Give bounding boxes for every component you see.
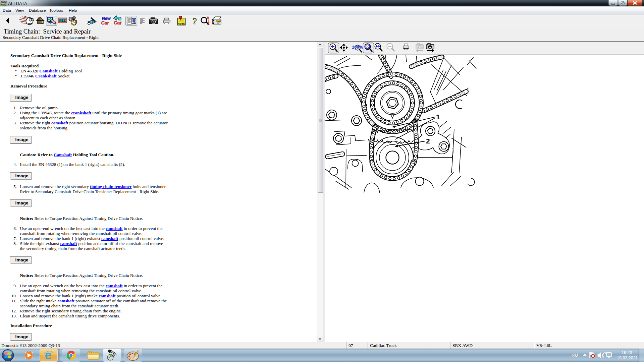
svg-text:A: A <box>207 16 209 20</box>
svg-text:19.03.2021: 19.03.2021 <box>617 356 638 360</box>
svg-text:100%: 100% <box>352 45 363 50</box>
svg-text:?: ? <box>193 16 197 26</box>
svg-text:NOTE: NOTE <box>178 22 185 25</box>
svg-text:FAX: FAX <box>216 20 220 22</box>
svg-text:e: e <box>45 349 52 362</box>
svg-text:Car: Car <box>114 20 122 25</box>
svg-text:0: 0 <box>64 19 66 22</box>
svg-text:2: 2 <box>426 137 430 145</box>
svg-text:RU: RU <box>572 353 578 358</box>
svg-text:Car: Car <box>101 20 110 25</box>
svg-text:16:23: 16:23 <box>622 350 632 355</box>
svg-text:1: 1 <box>436 113 440 121</box>
